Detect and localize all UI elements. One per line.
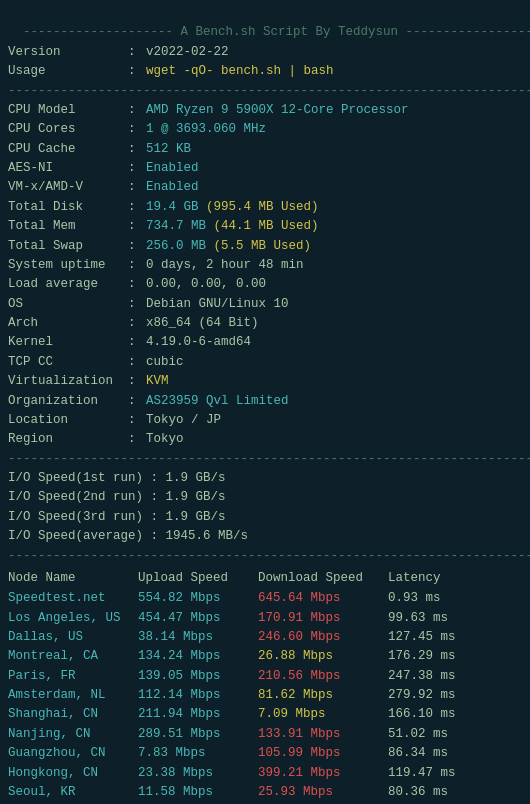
download-speed: 170.91 Mbps	[258, 609, 388, 628]
latency: 166.10 ms	[388, 705, 522, 724]
mem-label: Total Mem	[8, 217, 128, 236]
kernel-label: Kernel	[8, 333, 128, 352]
latency: 80.36 ms	[388, 783, 522, 802]
io-run3-label: I/O Speed(3rd run)	[8, 510, 143, 524]
sep-left: --------------------	[23, 25, 173, 39]
virt-value: KVM	[146, 372, 522, 391]
separator-1: ----------------------------------------…	[8, 82, 522, 101]
load-colon: :	[128, 275, 146, 294]
io-run2: I/O Speed(2nd run) : 1.9 GB/s	[8, 488, 522, 507]
vm-row: VM-x/AMD-V : Enabled	[8, 178, 522, 197]
download-speed: 210.56 Mbps	[258, 667, 388, 686]
node-name: Speedtest.net	[8, 589, 138, 608]
os-label: OS	[8, 295, 128, 314]
network-table-header: Node Name Upload Speed Download Speed La…	[8, 568, 522, 589]
table-row: Los Angeles, US 454.47 Mbps 170.91 Mbps …	[8, 609, 522, 628]
node-name: Hongkong, CN	[8, 764, 138, 783]
cpu-model-row: CPU Model : AMD Ryzen 9 5900X 12-Core Pr…	[8, 101, 522, 120]
io-run3: I/O Speed(3rd run) : 1.9 GB/s	[8, 508, 522, 527]
loc-label: Location	[8, 411, 128, 430]
swap-value1: 256.0 MB	[146, 239, 206, 253]
org-colon: :	[128, 392, 146, 411]
separator-3: ----------------------------------------…	[8, 547, 522, 566]
latency: 279.92 ms	[388, 686, 522, 705]
cpu-cache-row: CPU Cache : 512 KB	[8, 140, 522, 159]
latency: 0.93 ms	[388, 589, 522, 608]
table-row: Paris, FR 139.05 Mbps 210.56 Mbps 247.38…	[8, 667, 522, 686]
upload-speed: 554.82 Mbps	[138, 589, 258, 608]
mem-row: Total Mem : 734.7 MB (44.1 MB Used)	[8, 217, 522, 236]
load-label: Load average	[8, 275, 128, 294]
vm-colon: :	[128, 178, 146, 197]
node-name: Montreal, CA	[8, 647, 138, 666]
tcp-value: cubic	[146, 353, 522, 372]
mem-value2: (44.1 MB Used)	[214, 219, 319, 233]
cpu-cores-colon: :	[128, 120, 146, 139]
title-line: -------------------- A Bench.sh Script B…	[8, 4, 522, 43]
org-value: AS23959 Qvl Limited	[146, 392, 522, 411]
mem-colon: :	[128, 217, 146, 236]
io-run1-label: I/O Speed(1st run)	[8, 471, 143, 485]
col-node-header: Node Name	[8, 568, 138, 589]
tcp-colon: :	[128, 353, 146, 372]
cpu-model-label: CPU Model	[8, 101, 128, 120]
table-row: Montreal, CA 134.24 Mbps 26.88 Mbps 176.…	[8, 647, 522, 666]
upload-speed: 289.51 Mbps	[138, 725, 258, 744]
table-row: Guangzhou, CN 7.83 Mbps 105.99 Mbps 86.3…	[8, 744, 522, 763]
node-name: Dallas, US	[8, 628, 138, 647]
download-speed: 645.64 Mbps	[258, 589, 388, 608]
version-value: v2022-02-22	[146, 43, 522, 62]
table-row: Nanjing, CN 289.51 Mbps 133.91 Mbps 51.0…	[8, 725, 522, 744]
kernel-value: 4.19.0-6-amd64	[146, 333, 522, 352]
download-speed: 133.91 Mbps	[258, 725, 388, 744]
col-download-header: Download Speed	[258, 568, 388, 589]
upload-speed: 11.58 Mbps	[138, 783, 258, 802]
vm-label: VM-x/AMD-V	[8, 178, 128, 197]
node-name: Nanjing, CN	[8, 725, 138, 744]
sep-right: --------------------	[406, 25, 530, 39]
os-value: Debian GNU/Linux 10	[146, 295, 522, 314]
region-row: Region : Tokyo	[8, 430, 522, 449]
loc-value: Tokyo / JP	[146, 411, 522, 430]
aes-colon: :	[128, 159, 146, 178]
arch-label: Arch	[8, 314, 128, 333]
title-text: A Bench.sh Script By Teddysun	[173, 25, 406, 39]
version-row: Version : v2022-02-22	[8, 43, 522, 62]
arch-colon: :	[128, 314, 146, 333]
load-row: Load average : 0.00, 0.00, 0.00	[8, 275, 522, 294]
download-speed: 246.60 Mbps	[258, 628, 388, 647]
node-name: Shanghai, CN	[8, 705, 138, 724]
swap-value2: (5.5 MB Used)	[214, 239, 312, 253]
table-row: Speedtest.net 554.82 Mbps 645.64 Mbps 0.…	[8, 589, 522, 608]
arch-value: x86_64 (64 Bit)	[146, 314, 522, 333]
loc-row: Location : Tokyo / JP	[8, 411, 522, 430]
io-run1-value: 1.9 GB/s	[166, 471, 226, 485]
io-run2-value: 1.9 GB/s	[166, 490, 226, 504]
upload-speed: 38.14 Mbps	[138, 628, 258, 647]
download-speed: 399.21 Mbps	[258, 764, 388, 783]
disk-value2: (995.4 MB Used)	[206, 200, 319, 214]
table-row: Amsterdam, NL 112.14 Mbps 81.62 Mbps 279…	[8, 686, 522, 705]
io-avg-label: I/O Speed(average)	[8, 529, 143, 543]
disk-row: Total Disk : 19.4 GB (995.4 MB Used)	[8, 198, 522, 217]
usage-label: Usage	[8, 62, 128, 81]
uptime-value: 0 days, 2 hour 48 min	[146, 256, 522, 275]
table-row: Shanghai, CN 211.94 Mbps 7.09 Mbps 166.1…	[8, 705, 522, 724]
node-name: Seoul, KR	[8, 783, 138, 802]
latency: 86.34 ms	[388, 744, 522, 763]
swap-label: Total Swap	[8, 237, 128, 256]
swap-row: Total Swap : 256.0 MB (5.5 MB Used)	[8, 237, 522, 256]
virt-row: Virtualization : KVM	[8, 372, 522, 391]
cpu-cache-label: CPU Cache	[8, 140, 128, 159]
latency: 99.63 ms	[388, 609, 522, 628]
disk-colon: :	[128, 198, 146, 217]
disk-value1: 19.4 GB	[146, 200, 199, 214]
tcp-row: TCP CC : cubic	[8, 353, 522, 372]
col-upload-header: Upload Speed	[138, 568, 258, 589]
loc-colon: :	[128, 411, 146, 430]
region-value: Tokyo	[146, 430, 522, 449]
uptime-colon: :	[128, 256, 146, 275]
table-row: Dallas, US 38.14 Mbps 246.60 Mbps 127.45…	[8, 628, 522, 647]
latency: 51.02 ms	[388, 725, 522, 744]
mem-value: 734.7 MB (44.1 MB Used)	[146, 217, 522, 236]
